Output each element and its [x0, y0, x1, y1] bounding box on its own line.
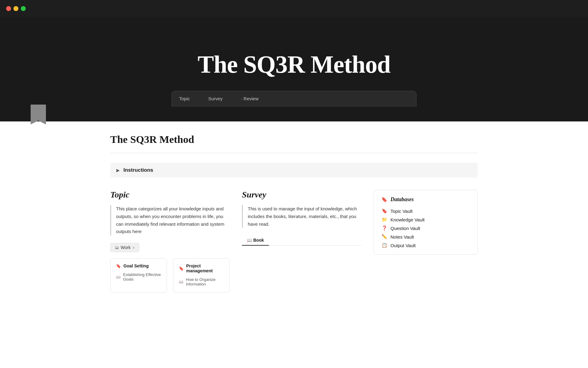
book-tab-icon: 📖: [247, 238, 253, 243]
databases-bookmark-icon: 🔖: [381, 197, 387, 202]
card-goal-setting[interactable]: 🔖 Goal Setting 📖 Establishing Effective …: [110, 258, 167, 293]
topic-heading: Topic: [110, 190, 230, 200]
topic-vault-label: Topic Vault: [390, 209, 413, 214]
briefcase-icon: 🗂: [115, 245, 119, 250]
topic-cards: 🔖 Goal Setting 📖 Establishing Effective …: [110, 258, 230, 293]
bookmark-icon: [31, 105, 46, 125]
card-goal-setting-header: 🔖 Goal Setting: [116, 263, 161, 268]
card-project-management-header: 🔖 Project management: [179, 263, 224, 273]
databases-panel: 🔖 Databases 🔖 Topic Vault 📁 Knowledge Va…: [374, 190, 478, 255]
topic-column: Topic This place categorizes all your kn…: [110, 190, 230, 293]
hero-banner: The SQ3R Method Topic Survey · Review: [0, 17, 588, 121]
book-pm-icon: 📖: [179, 280, 183, 284]
card-project-management[interactable]: 🔖 Project management 📖 How to Organize I…: [173, 258, 230, 293]
hero-preview-topic: Topic: [179, 96, 190, 101]
bookmark-pm-icon: 🔖: [179, 266, 184, 271]
browser-chrome: [0, 0, 588, 17]
close-button[interactable]: [6, 6, 11, 11]
card-project-management-title: Project management: [186, 263, 224, 273]
card-goal-setting-item-text: Establishing Effective Goals: [123, 272, 161, 282]
hero-preview-survey: Survey: [208, 96, 223, 101]
survey-description-block: This is used to manage the input of know…: [242, 205, 361, 228]
tab-book[interactable]: 📖 Book: [242, 235, 269, 246]
topic-description: This place categorizes all your knowledg…: [116, 205, 230, 236]
topic-description-block: This place categorizes all your knowledg…: [110, 205, 230, 236]
db-item-knowledge-vault[interactable]: 📁 Knowledge Vault: [381, 217, 470, 222]
notes-vault-label: Notes Vault: [390, 234, 414, 240]
output-vault-label: Output Vault: [390, 243, 416, 248]
question-vault-label: Question Vault: [390, 226, 420, 231]
minimize-button[interactable]: [13, 6, 18, 11]
filter-label: Work: [121, 245, 130, 250]
hero-title: The SQ3R Method: [198, 51, 390, 79]
toggle-arrow-icon: ▶: [116, 168, 120, 173]
knowledge-vault-label: Knowledge Vault: [390, 217, 424, 222]
databases-title: Databases: [390, 196, 414, 203]
traffic-lights: [6, 6, 26, 11]
knowledge-vault-icon: 📁: [381, 217, 387, 222]
work-filter-button[interactable]: 🗂 Work ∨: [110, 243, 139, 252]
survey-column: Survey This is used to manage the input …: [242, 190, 361, 252]
main-columns: Topic This place categorizes all your kn…: [110, 190, 478, 293]
content-area: The SQ3R Method ▶ Instructions Topic Thi…: [92, 121, 496, 311]
survey-heading: Survey: [242, 190, 361, 200]
databases-header: 🔖 Databases: [381, 196, 470, 203]
db-item-notes-vault[interactable]: ✏️ Notes Vault: [381, 234, 470, 240]
hero-preview: Topic Survey · Review: [172, 91, 417, 106]
book-small-icon: 📖: [116, 275, 121, 279]
survey-tab-bar: 📖 Book: [242, 235, 361, 246]
db-item-topic-vault[interactable]: 🔖 Topic Vault: [381, 208, 470, 214]
db-item-output-vault[interactable]: 📋 Output Vault: [381, 243, 470, 248]
databases-list: 🔖 Topic Vault 📁 Knowledge Vault ❓ Questi…: [381, 208, 470, 248]
card-goal-setting-item[interactable]: 📖 Establishing Effective Goals: [116, 271, 161, 282]
instructions-toggle[interactable]: ▶ Instructions: [110, 163, 478, 178]
question-vault-icon: ❓: [381, 225, 387, 231]
topic-vault-icon: 🔖: [381, 208, 387, 214]
bookmark-small-icon: 🔖: [116, 264, 121, 268]
card-project-management-item[interactable]: 📖 How to Organize Information: [179, 276, 224, 287]
chevron-down-icon: ∨: [132, 246, 135, 250]
book-tab-label: Book: [253, 238, 264, 243]
card-project-management-item-text: How to Organize Information: [186, 277, 224, 286]
notes-vault-icon: ✏️: [381, 234, 387, 240]
instructions-label: Instructions: [123, 167, 153, 173]
maximize-button[interactable]: [21, 6, 26, 11]
divider: [110, 153, 478, 153]
output-vault-icon: 📋: [381, 243, 387, 248]
page-title: The SQ3R Method: [110, 134, 478, 145]
card-goal-setting-title: Goal Setting: [123, 263, 149, 268]
db-item-question-vault[interactable]: ❓ Question Vault: [381, 225, 470, 231]
hero-preview-review: · Review: [241, 96, 259, 101]
survey-description: This is used to manage the input of know…: [248, 205, 361, 228]
